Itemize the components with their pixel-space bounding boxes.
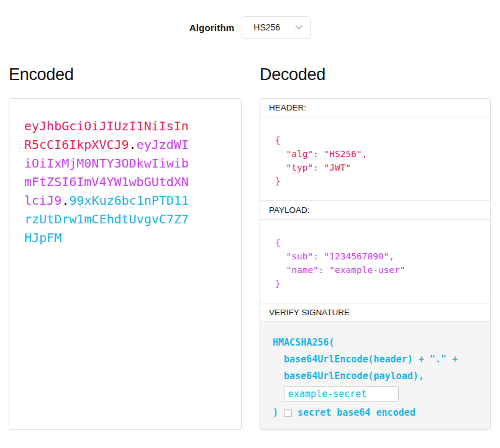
payload-section-label: PAYLOAD: [260,201,490,220]
secret-base64-label: secret base64 encoded [298,405,416,421]
decoded-title: Decoded [260,65,491,84]
header-json-text[interactable]: { "alg": "HS256", "typ": "JWT" } [275,133,475,188]
jwt-token-text[interactable]: eyJhbGciOiJIUzI1NiIsInR5cCI6IkpXVCJ9.eyJ… [24,117,193,247]
signature-last-row: ) secret base64 encoded [273,405,478,421]
verify-signature-section-label: VERIFY SIGNATURE [260,303,490,322]
decoded-column: Decoded HEADER: { "alg": "HS256", "typ":… [260,38,491,430]
verify-signature-area: HMACSHA256( base64UrlEncode(header) + ".… [260,322,490,429]
chevron-down-icon [295,25,302,30]
signature-code-line-3: base64UrlEncode(payload), [284,368,478,385]
signature-code-line-1: HMACSHA256( [273,334,478,351]
secret-base64-checkbox[interactable] [284,409,292,417]
token-dot-2: . [61,193,69,208]
header-section-label: HEADER: [260,99,490,117]
token-dot-1: . [129,137,137,152]
signature-code-line-2: base64UrlEncode(header) + "." + [284,351,478,368]
decoded-panel: HEADER: { "alg": "HS256", "typ": "JWT" }… [260,98,491,430]
algorithm-selected-value: HS256 [253,22,280,32]
main-columns: Encoded eyJhbGciOiJIUzI1NiIsInR5cCI6IkpX… [0,38,500,430]
payload-json-area[interactable]: { "sub": "1234567890", "name": "example-… [260,220,490,303]
algorithm-select[interactable]: HS256 [242,16,311,39]
encoded-column: Encoded eyJhbGciOiJIUzI1NiIsInR5cCI6IkpX… [9,38,242,430]
secret-input[interactable] [284,386,399,402]
encoded-title: Encoded [9,65,242,84]
algorithm-bar: Algorithm HS256 [0,0,500,38]
encoded-token-box[interactable]: eyJhbGciOiJIUzI1NiIsInR5cCI6IkpXVCJ9.eyJ… [9,98,242,430]
payload-json-text[interactable]: { "sub": "1234567890", "name": "example-… [275,236,475,290]
algorithm-label: Algorithm [189,22,235,33]
header-json-area[interactable]: { "alg": "HS256", "typ": "JWT" } [260,117,490,201]
closing-paren: ) [273,405,278,421]
